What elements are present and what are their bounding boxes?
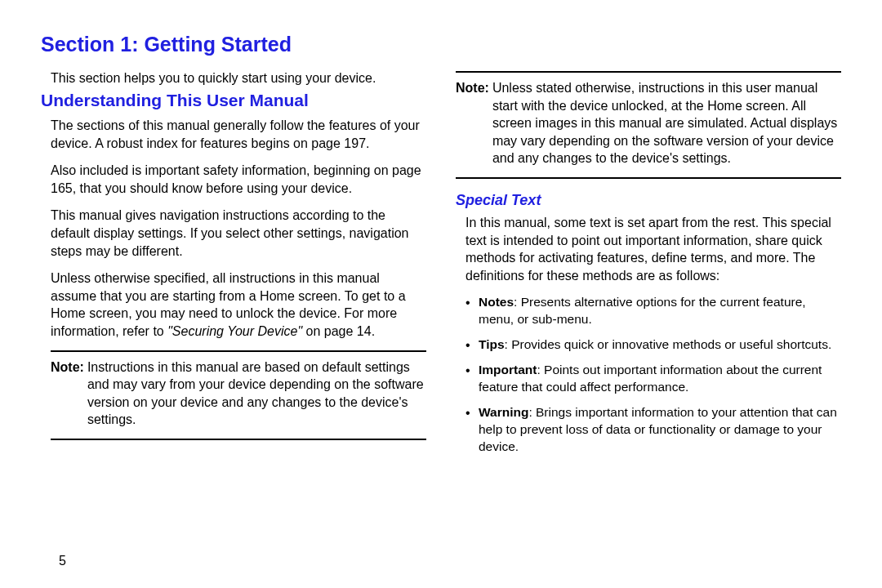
bullet-list: Notes: Presents alternative options for … — [466, 294, 841, 455]
list-item: Important: Points out important informat… — [466, 362, 841, 396]
sub-heading: Special Text — [456, 192, 841, 209]
bullet-text: : Brings important information to your a… — [479, 405, 837, 453]
paragraph: This manual gives navigation instruction… — [51, 207, 426, 260]
note-text: Instructions in this manual are based on… — [87, 359, 426, 429]
note-block: Note: Instructions in this manual are ba… — [51, 350, 426, 440]
list-item: Warning: Brings important information to… — [466, 404, 841, 456]
subsection-title: Understanding This User Manual — [41, 91, 426, 110]
bullet-text: : Presents alternative options for the c… — [479, 295, 806, 326]
cross-reference: "Securing Your Device" — [167, 324, 302, 338]
note-label: Note: — [456, 79, 489, 167]
note-block: Note: Unless stated otherwise, instructi… — [456, 71, 841, 179]
left-column: This section helps you to quickly start … — [41, 71, 426, 464]
list-item: Tips: Provides quick or innovative metho… — [466, 336, 841, 354]
paragraph: The sections of this manual generally fo… — [51, 117, 426, 152]
bullet-label: Notes — [479, 295, 514, 309]
paragraph: Also included is important safety inform… — [51, 162, 426, 197]
paragraph: Unless otherwise specified, all instruct… — [51, 270, 426, 340]
text-run: on page 14. — [302, 324, 375, 338]
bullet-label: Tips — [479, 337, 505, 351]
section-title: Section 1: Getting Started — [41, 33, 841, 56]
note-text: Unless stated otherwise, instructions in… — [492, 79, 841, 167]
bullet-text: : Provides quick or innovative methods o… — [505, 337, 832, 351]
paragraph: In this manual, some text is set apart f… — [466, 214, 841, 284]
note-label: Note: — [51, 359, 84, 429]
bullet-label: Important — [479, 363, 537, 376]
intro-text: This section helps you to quickly start … — [51, 71, 426, 86]
right-column: Note: Unless stated otherwise, instructi… — [456, 71, 841, 464]
page-number: 5 — [59, 554, 66, 568]
two-column-layout: This section helps you to quickly start … — [41, 71, 841, 464]
list-item: Notes: Presents alternative options for … — [466, 294, 841, 328]
bullet-label: Warning — [479, 405, 528, 419]
